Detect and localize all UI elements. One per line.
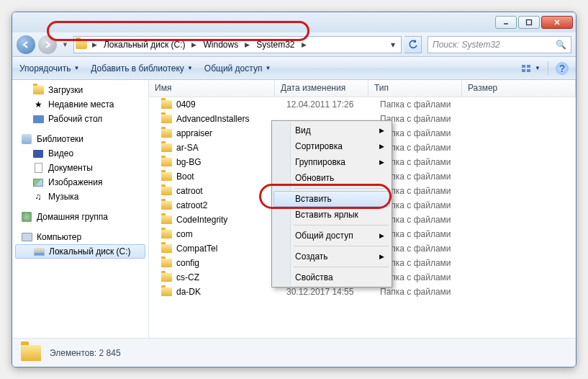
sidebar-label: Загрузки (48, 85, 83, 95)
folder-icon (161, 172, 172, 181)
file-date: 30.12.2017 14:55 (286, 287, 380, 297)
chevron-right-icon: ▶ (189, 41, 199, 48)
menu-item[interactable]: Вид▶ (273, 122, 390, 138)
menu-separator (294, 246, 389, 246)
context-menu: Вид▶Сортировка▶Группировка▶ОбновитьВстав… (271, 120, 392, 287)
file-name: config (176, 258, 199, 268)
explorer-window: ▼ ▶ Локальный диск (C:) ▶ Windows ▶ Syst… (12, 12, 576, 367)
minimize-button[interactable] (495, 16, 517, 29)
history-dropdown[interactable]: ▼ (60, 41, 71, 48)
file-type: Папка с файлами (380, 244, 474, 254)
status-count: 2 845 (99, 348, 121, 358)
sidebar-item[interactable]: Библиотеки (12, 132, 148, 146)
navigation-bar: ▼ ▶ Локальный диск (C:) ▶ Windows ▶ Syst… (12, 32, 576, 57)
file-type: Папка с файлами (380, 171, 474, 182)
menu-item[interactable]: Вставить ярлык (273, 207, 390, 223)
search-input[interactable]: Поиск: System32 🔍 (428, 36, 571, 53)
sidebar-item[interactable]: Домашняя группа (12, 210, 148, 224)
file-name: AdvancedInstallers (176, 114, 249, 124)
menu-item[interactable]: Общий доступ▶ (273, 228, 390, 244)
address-dropdown[interactable]: ▾ (386, 40, 399, 50)
address-bar[interactable]: ▶ Локальный диск (C:) ▶ Windows ▶ System… (73, 36, 402, 53)
file-type: Папка с файлами (380, 287, 474, 297)
file-type: Папка с файлами (380, 99, 474, 110)
search-icon: 🔍 (556, 40, 566, 50)
breadcrumb-segment[interactable]: Windows (199, 37, 243, 53)
svg-rect-1 (527, 20, 532, 25)
forward-button[interactable] (38, 35, 57, 54)
organize-menu[interactable]: Упорядочить▼ (19, 63, 79, 73)
sidebar-item[interactable]: Компьютер (12, 230, 148, 244)
file-name: da-DK (176, 287, 201, 297)
sidebar-item[interactable]: ★Недавние места (12, 97, 148, 112)
folder-icon (21, 345, 41, 361)
menu-item[interactable]: Свойства (273, 269, 390, 285)
menu-item[interactable]: Вставить (273, 191, 390, 207)
separator (548, 61, 548, 76)
submenu-arrow-icon: ▶ (379, 143, 384, 150)
folder-icon (32, 84, 44, 96)
chevron-right-icon: ▶ (243, 41, 252, 48)
breadcrumb-segment[interactable]: Локальный диск (C:) (99, 37, 190, 53)
navigation-pane: Загрузки★Недавние местаРабочий столБибли… (12, 80, 149, 338)
folder-icon (161, 187, 172, 195)
sidebar-item[interactable]: Загрузки (12, 83, 148, 97)
hdd-icon (33, 246, 45, 257)
file-name: ar-SA (176, 143, 199, 153)
folder-icon (161, 115, 172, 123)
file-type: Папка с файлами (380, 114, 474, 124)
submenu-arrow-icon: ▶ (379, 253, 384, 260)
view-options-button[interactable]: ▼ (521, 63, 540, 73)
folder-icon (161, 129, 172, 138)
sidebar-item[interactable]: ♫Музыка (12, 190, 148, 204)
breadcrumb-segment[interactable]: System32 (252, 37, 299, 53)
folder-icon (161, 215, 172, 224)
help-button[interactable]: ? (556, 62, 569, 75)
desk-icon (32, 113, 44, 125)
share-menu[interactable]: Общий доступ▼ (204, 63, 271, 73)
file-name: Boot (176, 171, 194, 182)
column-type[interactable]: Тип (368, 80, 462, 97)
submenu-arrow-icon: ▶ (379, 232, 384, 239)
file-date: 12.04.2011 17:26 (286, 99, 380, 110)
video-icon (32, 148, 44, 159)
doc-icon (32, 162, 44, 174)
close-button[interactable] (541, 16, 573, 29)
sidebar-item[interactable]: Рабочий стол (12, 112, 148, 126)
maximize-button[interactable] (518, 16, 540, 29)
file-name: cs-CZ (176, 272, 199, 282)
menu-separator (294, 188, 389, 189)
hg-icon (21, 211, 32, 223)
pc-icon (21, 231, 32, 243)
column-name[interactable]: Имя (149, 80, 275, 97)
status-label: Элементов: (50, 348, 96, 358)
sidebar-item[interactable]: Локальный диск (C:) (15, 244, 145, 259)
back-button[interactable] (17, 35, 35, 54)
file-type: Папка с файлами (380, 258, 474, 268)
menu-item[interactable]: Создать▶ (273, 249, 390, 264)
column-date[interactable]: Дата изменения (275, 80, 368, 97)
search-placeholder: Поиск: System32 (433, 40, 500, 50)
file-name: com (176, 229, 193, 239)
file-type: Папка с файлами (380, 215, 474, 225)
menu-separator (294, 267, 389, 267)
sidebar-label: Компьютер (37, 232, 81, 242)
folder-icon (161, 230, 172, 238)
sidebar-item[interactable]: Видео (12, 146, 148, 161)
table-row[interactable]: 040912.04.2011 17:26Папка с файлами (149, 97, 576, 112)
folder-icon (161, 201, 172, 210)
menu-item[interactable]: Обновить (273, 170, 390, 186)
refresh-button[interactable] (404, 36, 422, 53)
sidebar-item[interactable]: Изображения (12, 175, 148, 190)
include-library-menu[interactable]: Добавить в библиотеку▼ (91, 63, 192, 73)
menu-item[interactable]: Группировка▶ (273, 154, 390, 170)
file-type: Папка с файлами (380, 157, 474, 167)
file-type: Папка с файлами (380, 128, 474, 138)
column-size[interactable]: Размер (462, 80, 576, 97)
menu-separator (294, 225, 389, 226)
file-name: appraiser (176, 128, 212, 138)
sidebar-item[interactable]: Документы (12, 161, 148, 175)
folder-icon (161, 273, 172, 282)
menu-item[interactable]: Сортировка▶ (273, 138, 390, 154)
svg-rect-6 (522, 69, 525, 72)
